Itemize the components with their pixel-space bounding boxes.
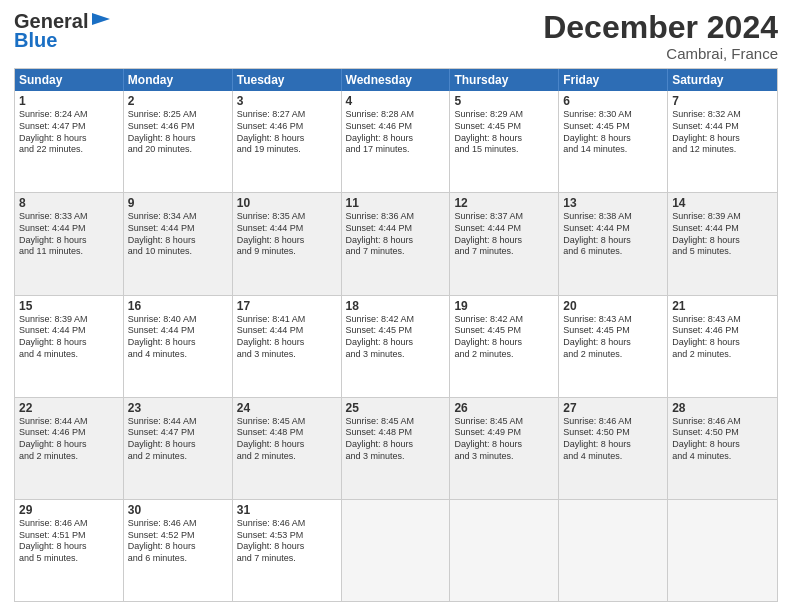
cell-line: and 17 minutes.: [346, 144, 446, 156]
cell-line: Sunset: 4:45 PM: [563, 121, 663, 133]
calendar-cell-7: 7Sunrise: 8:32 AMSunset: 4:44 PMDaylight…: [668, 91, 777, 192]
cell-line: Sunrise: 8:32 AM: [672, 109, 773, 121]
cell-line: and 14 minutes.: [563, 144, 663, 156]
cell-line: Daylight: 8 hours: [672, 439, 773, 451]
cell-line: Sunrise: 8:39 AM: [19, 314, 119, 326]
cell-line: and 4 minutes.: [672, 451, 773, 463]
calendar-cell-8: 8Sunrise: 8:33 AMSunset: 4:44 PMDaylight…: [15, 193, 124, 294]
cell-line: Sunrise: 8:42 AM: [346, 314, 446, 326]
calendar-row-3: 15Sunrise: 8:39 AMSunset: 4:44 PMDayligh…: [15, 296, 777, 398]
cell-line: Sunrise: 8:36 AM: [346, 211, 446, 223]
cell-line: Sunset: 4:47 PM: [19, 121, 119, 133]
cell-line: Sunrise: 8:45 AM: [346, 416, 446, 428]
cell-line: Sunset: 4:44 PM: [346, 223, 446, 235]
calendar-cell-30: 30Sunrise: 8:46 AMSunset: 4:52 PMDayligh…: [124, 500, 233, 601]
calendar-cell-18: 18Sunrise: 8:42 AMSunset: 4:45 PMDayligh…: [342, 296, 451, 397]
cell-line: and 6 minutes.: [563, 246, 663, 258]
calendar-cell-empty-3: [342, 500, 451, 601]
page: General Blue December 2024 Cambrai, Fran…: [0, 0, 792, 612]
day-number: 26: [454, 401, 554, 415]
cell-line: Daylight: 8 hours: [19, 541, 119, 553]
cell-line: Daylight: 8 hours: [672, 133, 773, 145]
cell-line: Sunrise: 8:28 AM: [346, 109, 446, 121]
cell-line: Sunset: 4:49 PM: [454, 427, 554, 439]
day-number: 31: [237, 503, 337, 517]
day-number: 11: [346, 196, 446, 210]
day-number: 10: [237, 196, 337, 210]
cell-line: Sunset: 4:44 PM: [19, 223, 119, 235]
day-number: 8: [19, 196, 119, 210]
cell-line: Sunset: 4:48 PM: [346, 427, 446, 439]
cell-line: and 11 minutes.: [19, 246, 119, 258]
logo-blue-text: Blue: [14, 29, 57, 52]
calendar-cell-27: 27Sunrise: 8:46 AMSunset: 4:50 PMDayligh…: [559, 398, 668, 499]
day-number: 24: [237, 401, 337, 415]
calendar-body: 1Sunrise: 8:24 AMSunset: 4:47 PMDaylight…: [15, 91, 777, 601]
cell-line: Daylight: 8 hours: [346, 235, 446, 247]
cell-line: and 19 minutes.: [237, 144, 337, 156]
cell-line: Daylight: 8 hours: [346, 337, 446, 349]
cell-line: and 7 minutes.: [237, 553, 337, 565]
cell-line: and 22 minutes.: [19, 144, 119, 156]
calendar-cell-12: 12Sunrise: 8:37 AMSunset: 4:44 PMDayligh…: [450, 193, 559, 294]
cell-line: Sunset: 4:50 PM: [563, 427, 663, 439]
cell-line: Sunset: 4:45 PM: [346, 325, 446, 337]
cell-line: Sunset: 4:46 PM: [346, 121, 446, 133]
calendar-cell-28: 28Sunrise: 8:46 AMSunset: 4:50 PMDayligh…: [668, 398, 777, 499]
cell-line: and 5 minutes.: [19, 553, 119, 565]
day-number: 21: [672, 299, 773, 313]
cell-line: Sunrise: 8:45 AM: [237, 416, 337, 428]
calendar-header: SundayMondayTuesdayWednesdayThursdayFrid…: [15, 69, 777, 91]
header-day-wednesday: Wednesday: [342, 69, 451, 91]
cell-line: Sunrise: 8:37 AM: [454, 211, 554, 223]
cell-line: Sunrise: 8:34 AM: [128, 211, 228, 223]
cell-line: Sunrise: 8:33 AM: [19, 211, 119, 223]
calendar-cell-22: 22Sunrise: 8:44 AMSunset: 4:46 PMDayligh…: [15, 398, 124, 499]
cell-line: Sunset: 4:50 PM: [672, 427, 773, 439]
cell-line: Daylight: 8 hours: [237, 235, 337, 247]
day-number: 17: [237, 299, 337, 313]
cell-line: Sunrise: 8:45 AM: [454, 416, 554, 428]
day-number: 5: [454, 94, 554, 108]
cell-line: Daylight: 8 hours: [128, 235, 228, 247]
cell-line: Sunrise: 8:40 AM: [128, 314, 228, 326]
cell-line: Daylight: 8 hours: [128, 133, 228, 145]
cell-line: Sunset: 4:52 PM: [128, 530, 228, 542]
cell-line: Daylight: 8 hours: [19, 337, 119, 349]
cell-line: Sunset: 4:46 PM: [237, 121, 337, 133]
cell-line: Sunrise: 8:38 AM: [563, 211, 663, 223]
day-number: 18: [346, 299, 446, 313]
logo-flag-icon: [90, 13, 110, 29]
cell-line: and 10 minutes.: [128, 246, 228, 258]
cell-line: Daylight: 8 hours: [346, 133, 446, 145]
calendar-cell-26: 26Sunrise: 8:45 AMSunset: 4:49 PMDayligh…: [450, 398, 559, 499]
calendar-cell-2: 2Sunrise: 8:25 AMSunset: 4:46 PMDaylight…: [124, 91, 233, 192]
cell-line: and 3 minutes.: [454, 451, 554, 463]
cell-line: Daylight: 8 hours: [346, 439, 446, 451]
cell-line: Sunset: 4:47 PM: [128, 427, 228, 439]
cell-line: Sunset: 4:45 PM: [563, 325, 663, 337]
header-day-friday: Friday: [559, 69, 668, 91]
calendar: SundayMondayTuesdayWednesdayThursdayFrid…: [14, 68, 778, 602]
cell-line: and 6 minutes.: [128, 553, 228, 565]
calendar-cell-29: 29Sunrise: 8:46 AMSunset: 4:51 PMDayligh…: [15, 500, 124, 601]
day-number: 20: [563, 299, 663, 313]
calendar-cell-6: 6Sunrise: 8:30 AMSunset: 4:45 PMDaylight…: [559, 91, 668, 192]
calendar-row-1: 1Sunrise: 8:24 AMSunset: 4:47 PMDaylight…: [15, 91, 777, 193]
cell-line: and 2 minutes.: [237, 451, 337, 463]
cell-line: Sunrise: 8:44 AM: [128, 416, 228, 428]
calendar-row-4: 22Sunrise: 8:44 AMSunset: 4:46 PMDayligh…: [15, 398, 777, 500]
day-number: 29: [19, 503, 119, 517]
cell-line: Daylight: 8 hours: [672, 235, 773, 247]
cell-line: Sunset: 4:44 PM: [237, 325, 337, 337]
calendar-cell-4: 4Sunrise: 8:28 AMSunset: 4:46 PMDaylight…: [342, 91, 451, 192]
cell-line: and 20 minutes.: [128, 144, 228, 156]
calendar-cell-21: 21Sunrise: 8:43 AMSunset: 4:46 PMDayligh…: [668, 296, 777, 397]
header-day-thursday: Thursday: [450, 69, 559, 91]
calendar-cell-empty-4: [450, 500, 559, 601]
cell-line: and 4 minutes.: [19, 349, 119, 361]
calendar-cell-3: 3Sunrise: 8:27 AMSunset: 4:46 PMDaylight…: [233, 91, 342, 192]
calendar-cell-14: 14Sunrise: 8:39 AMSunset: 4:44 PMDayligh…: [668, 193, 777, 294]
calendar-cell-24: 24Sunrise: 8:45 AMSunset: 4:48 PMDayligh…: [233, 398, 342, 499]
cell-line: Sunset: 4:46 PM: [672, 325, 773, 337]
